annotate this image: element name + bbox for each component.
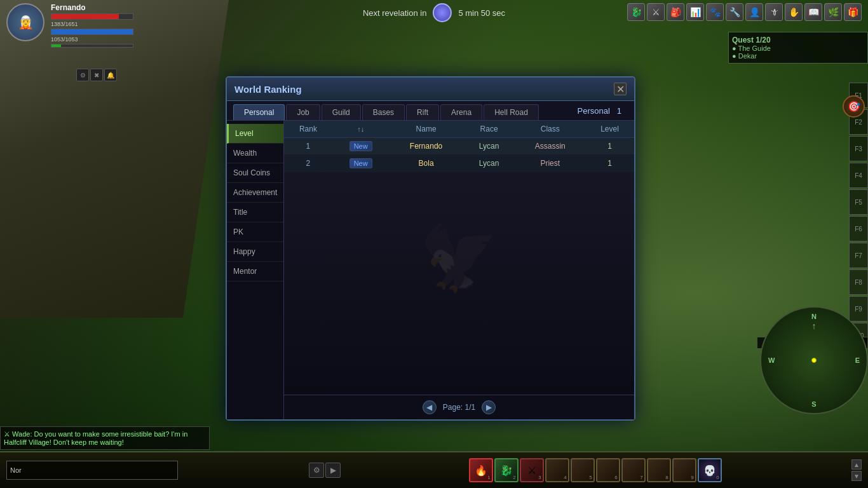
player-name: Fernando: [51, 3, 133, 12]
action-icon-1[interactable]: ⚙: [76, 69, 89, 81]
col-header-sort[interactable]: ↑↓: [332, 121, 390, 138]
fkey-f7[interactable]: F7: [849, 243, 868, 268]
dialog-title-bar: World Ranking ✕: [227, 78, 634, 101]
hud-icon-10[interactable]: 📖: [804, 3, 822, 21]
sidebar-cat-mentor[interactable]: Mentor: [227, 262, 283, 281]
pagination-bar: ◀ Page: 1/1 ▶: [284, 395, 634, 419]
sidebar-cat-soul-coins[interactable]: Soul Coins: [227, 163, 283, 183]
tab-info-label: Personal: [578, 106, 610, 116]
hud-icon-7[interactable]: 👤: [745, 3, 763, 21]
ability-icon-3: ⚔: [527, 464, 536, 477]
sidebar-cat-happy[interactable]: Happy: [227, 242, 283, 262]
col-header-class: Class: [515, 121, 585, 138]
compass-south: S: [811, 400, 816, 408]
ranking-table-area: 🦅 Rank ↑↓ Name Race Class Level: [284, 121, 634, 419]
right-action-icons: 🎯: [843, 95, 865, 118]
hud-icon-5[interactable]: 🐾: [706, 3, 724, 21]
sidebar-cat-title[interactable]: Title: [227, 203, 283, 222]
ability-slot-5[interactable]: 5: [571, 458, 595, 482]
row1-race: Lycan: [463, 138, 515, 155]
ranking-table: Rank ↑↓ Name Race Class Level 1 New Fern: [284, 121, 634, 172]
chat-input[interactable]: Nor: [6, 461, 178, 480]
tab-personal[interactable]: Personal: [233, 104, 285, 120]
scroll-up[interactable]: ▲: [851, 459, 862, 470]
row2-class: Priest: [515, 155, 585, 172]
hp-text: 1383/1651: [51, 21, 133, 27]
sidebar-cat-wealth[interactable]: Wealth: [227, 144, 283, 163]
tab-bases[interactable]: Bases: [362, 104, 405, 120]
hp-bar: [51, 14, 119, 19]
revelation-label: Next revelation in: [363, 8, 426, 18]
tab-info-value: 1: [617, 106, 621, 116]
action-icon-2[interactable]: ✖: [90, 69, 103, 81]
fkey-f3[interactable]: F3: [849, 136, 868, 161]
revelation-orb: [433, 3, 452, 22]
action-icon-3[interactable]: 🔔: [104, 69, 117, 81]
bar-scrollers: ▲ ▼: [851, 459, 862, 481]
minimap-container: N S E W ↑ Council Chamber: [757, 337, 868, 451]
minimap-inner: N S E W ↑: [763, 309, 865, 411]
fkey-f6[interactable]: F6: [849, 216, 868, 241]
col-header-rank: Rank: [284, 121, 332, 138]
sidebar-cat-pk[interactable]: PK: [227, 222, 283, 242]
table-row: 2 New Bola Lycan Priest 1: [284, 155, 634, 172]
ability-slot-2[interactable]: 🐉 2: [494, 458, 519, 482]
row2-name[interactable]: Bola: [390, 155, 463, 172]
tab-hell-road[interactable]: Hell Road: [484, 104, 539, 120]
page-next-button[interactable]: ▶: [482, 400, 496, 414]
ability-slot-9[interactable]: 9: [672, 458, 696, 482]
quest-entry-guide[interactable]: ● The Guide: [732, 44, 864, 52]
hud-icon-8[interactable]: 🗡: [765, 3, 783, 21]
tab-rift[interactable]: Rift: [406, 104, 439, 120]
hud-icon-6[interactable]: 🔧: [726, 3, 743, 21]
ability-slot-8[interactable]: 8: [647, 458, 671, 482]
tab-arena[interactable]: Arena: [440, 104, 482, 120]
sidebar-cat-achievement[interactable]: Achievement: [227, 183, 283, 203]
hud-icon-2[interactable]: ⚔: [647, 3, 665, 21]
sidebar-cat-level[interactable]: Level: [227, 124, 283, 144]
ranking-sidebar: Level Wealth Soul Coins Achievement Titl…: [227, 121, 284, 419]
chat-icons: ⚙ ▶: [309, 463, 341, 478]
ability-slot-7[interactable]: 7: [621, 458, 646, 482]
row2-rank: 2: [284, 155, 332, 172]
compass-east: E: [855, 356, 860, 364]
page-prev-button[interactable]: ◀: [423, 400, 437, 414]
row2-badge: New: [332, 155, 390, 172]
hud-icon-12[interactable]: 🎁: [844, 3, 862, 21]
col-header-level: Level: [585, 121, 634, 138]
action-icon-target[interactable]: 🎯: [843, 95, 865, 118]
ability-slot-1[interactable]: 🔥 1: [469, 458, 493, 482]
scroll-down[interactable]: ▼: [851, 471, 862, 481]
hud-icon-9[interactable]: ✋: [785, 3, 803, 21]
fkey-f8[interactable]: F8: [849, 269, 868, 295]
col-header-name: Name: [390, 121, 463, 138]
xp-bar-container: [51, 44, 133, 48]
hud-icon-1[interactable]: 🐉: [627, 3, 645, 21]
quest-entry-dekar[interactable]: ● Dekar: [732, 52, 864, 60]
ability-slot-0[interactable]: 💀 0: [698, 458, 722, 482]
minimap-north-arrow: ↑: [812, 321, 817, 331]
row1-name[interactable]: Fernando: [390, 138, 463, 155]
chat-icon-1[interactable]: ⚙: [309, 463, 324, 478]
fkey-f5[interactable]: F5: [849, 189, 868, 215]
hud-icon-3[interactable]: 🎒: [667, 3, 684, 21]
row2-race: Lycan: [463, 155, 515, 172]
tab-guild[interactable]: Guild: [322, 104, 361, 120]
ability-slot-3[interactable]: ⚔ 3: [520, 458, 544, 482]
ability-slot-4[interactable]: 4: [545, 458, 569, 482]
hud-icon-11[interactable]: 🌿: [824, 3, 842, 21]
ability-icon-2: 🐉: [500, 464, 513, 477]
world-ranking-dialog: World Ranking ✕ Personal Job Guild Bases…: [226, 76, 635, 421]
xp-bar: [51, 44, 61, 47]
tab-job[interactable]: Job: [286, 104, 320, 120]
hud-icon-4[interactable]: 📊: [686, 3, 704, 21]
ability-slot-6[interactable]: 6: [596, 458, 620, 482]
tab-right-info: Personal 1: [571, 106, 628, 119]
row1-badge: New: [332, 138, 390, 155]
fkey-f4[interactable]: F4: [849, 163, 868, 188]
hp-bar-container: [51, 13, 133, 20]
chat-icon-2[interactable]: ▶: [325, 463, 341, 478]
row2-level: 1: [585, 155, 634, 172]
minimap-player-dot: [811, 358, 817, 363]
dialog-close-button[interactable]: ✕: [614, 83, 627, 95]
